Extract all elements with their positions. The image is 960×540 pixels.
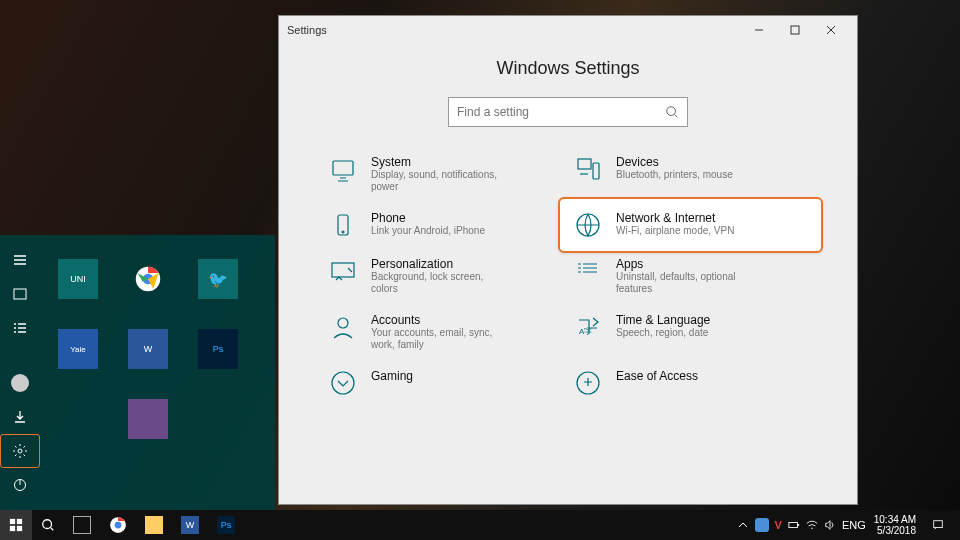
svg-point-16 xyxy=(332,372,354,394)
taskbar-word[interactable]: W xyxy=(172,510,208,540)
taskbar-search-icon[interactable] xyxy=(32,510,64,540)
category-title: Network & Internet xyxy=(616,211,734,225)
svg-point-24 xyxy=(115,522,122,529)
category-personalization[interactable]: PersonalizationBackground, lock screen, … xyxy=(329,257,562,295)
category-title: Devices xyxy=(616,155,733,169)
systray-battery-icon[interactable] xyxy=(788,519,800,531)
svg-rect-21 xyxy=(17,526,22,531)
settings-window: Settings Windows Settings SystemDisplay,… xyxy=(278,15,858,505)
category-title: Accounts xyxy=(371,313,511,327)
category-network[interactable]: Network & InternetWi-Fi, airplane mode, … xyxy=(558,197,823,253)
personalization-icon xyxy=(329,257,357,285)
systray-volume-icon[interactable] xyxy=(824,519,836,531)
taskbar-clock[interactable]: 10:34 AM 5/3/2018 xyxy=(874,514,916,536)
category-ease[interactable]: Ease of Access xyxy=(574,369,807,397)
network-icon xyxy=(574,211,602,239)
taskbar: W Ps V ENG 10:34 AM 5/3/2018 xyxy=(0,510,960,540)
window-title: Settings xyxy=(287,24,327,36)
category-title: System xyxy=(371,155,511,169)
category-title: Personalization xyxy=(371,257,511,271)
category-time[interactable]: A字Time & LanguageSpeech, region, date xyxy=(574,313,807,351)
systray-v-icon[interactable]: V xyxy=(775,519,782,531)
svg-rect-5 xyxy=(791,26,799,34)
category-desc: Uninstall, defaults, optional features xyxy=(616,271,756,295)
taskbar-taskview[interactable] xyxy=(64,510,100,540)
category-devices[interactable]: DevicesBluetooth, printers, mouse xyxy=(574,155,807,193)
category-desc: Wi-Fi, airplane mode, VPN xyxy=(616,225,734,237)
window-titlebar[interactable]: Settings xyxy=(279,16,857,44)
svg-rect-9 xyxy=(593,163,599,179)
svg-rect-0 xyxy=(14,289,26,299)
gaming-icon xyxy=(329,369,357,397)
start-menu-pinned-icon[interactable] xyxy=(0,277,40,311)
tile-bird[interactable]: 🐦 xyxy=(198,259,238,299)
window-minimize-button[interactable] xyxy=(741,16,777,44)
systray[interactable]: V ENG xyxy=(737,518,866,532)
systray-lang[interactable]: ENG xyxy=(842,519,866,531)
start-menu-power-icon[interactable] xyxy=(0,468,40,502)
start-menu-user-icon[interactable] xyxy=(0,366,40,400)
start-button[interactable] xyxy=(0,510,32,540)
category-desc: Link your Android, iPhone xyxy=(371,225,485,237)
svg-rect-25 xyxy=(789,522,798,527)
category-desc: Background, lock screen, colors xyxy=(371,271,511,295)
svg-point-6 xyxy=(667,107,676,116)
settings-categories: SystemDisplay, sound, notifications, pow… xyxy=(309,155,827,397)
category-apps[interactable]: AppsUninstall, defaults, optional featur… xyxy=(574,257,807,295)
tile-yale[interactable]: Yale xyxy=(58,329,98,369)
svg-point-14 xyxy=(338,318,348,328)
category-desc: Bluetooth, printers, mouse xyxy=(616,169,733,181)
system-icon xyxy=(329,155,357,183)
svg-rect-27 xyxy=(934,521,943,528)
category-accounts[interactable]: AccountsYour accounts, email, sync, work… xyxy=(329,313,562,351)
svg-rect-26 xyxy=(797,524,799,526)
start-menu-settings-icon[interactable] xyxy=(0,434,40,468)
start-menu-downloads-icon[interactable] xyxy=(0,400,40,434)
category-desc: Display, sound, notifications, power xyxy=(371,169,511,193)
taskbar-date: 5/3/2018 xyxy=(874,525,916,536)
start-menu: UNI 🐦 Yale W Ps xyxy=(0,235,275,510)
systray-app-icon[interactable] xyxy=(755,518,769,532)
tile-chrome[interactable] xyxy=(128,259,168,299)
taskbar-explorer[interactable] xyxy=(136,510,172,540)
page-title: Windows Settings xyxy=(309,58,827,79)
svg-rect-8 xyxy=(578,159,591,169)
svg-point-1 xyxy=(18,449,22,453)
start-menu-list-icon[interactable] xyxy=(0,311,40,345)
tile-misc[interactable] xyxy=(128,399,168,439)
search-icon xyxy=(665,105,679,119)
window-close-button[interactable] xyxy=(813,16,849,44)
category-desc: Your accounts, email, sync, work, family xyxy=(371,327,511,351)
search-box[interactable] xyxy=(448,97,688,127)
svg-point-22 xyxy=(43,520,52,529)
category-phone[interactable]: PhoneLink your Android, iPhone xyxy=(329,211,562,239)
window-maximize-button[interactable] xyxy=(777,16,813,44)
tile-ps[interactable]: Ps xyxy=(198,329,238,369)
start-menu-rail xyxy=(0,235,40,510)
tile-uni[interactable]: UNI xyxy=(58,259,98,299)
category-desc: Speech, region, date xyxy=(616,327,710,339)
category-title: Apps xyxy=(616,257,756,271)
taskbar-chrome[interactable] xyxy=(100,510,136,540)
start-menu-tiles: UNI 🐦 Yale W Ps xyxy=(40,235,275,510)
category-title: Ease of Access xyxy=(616,369,698,383)
category-gaming[interactable]: Gaming xyxy=(329,369,562,397)
category-system[interactable]: SystemDisplay, sound, notifications, pow… xyxy=(329,155,562,193)
taskbar-notifications-icon[interactable] xyxy=(924,510,952,540)
systray-chevron-up-icon[interactable] xyxy=(737,519,749,531)
apps-icon xyxy=(574,257,602,285)
phone-icon xyxy=(329,211,357,239)
category-title: Gaming xyxy=(371,369,413,383)
svg-rect-18 xyxy=(10,519,15,524)
category-title: Phone xyxy=(371,211,485,225)
svg-rect-7 xyxy=(333,161,353,175)
start-menu-hamburger-icon[interactable] xyxy=(0,243,40,277)
taskbar-time: 10:34 AM xyxy=(874,514,916,525)
accounts-icon xyxy=(329,313,357,341)
devices-icon xyxy=(574,155,602,183)
systray-wifi-icon[interactable] xyxy=(806,519,818,531)
svg-text:A字: A字 xyxy=(579,327,592,336)
search-input[interactable] xyxy=(457,105,665,119)
taskbar-ps[interactable]: Ps xyxy=(208,510,244,540)
tile-word[interactable]: W xyxy=(128,329,168,369)
